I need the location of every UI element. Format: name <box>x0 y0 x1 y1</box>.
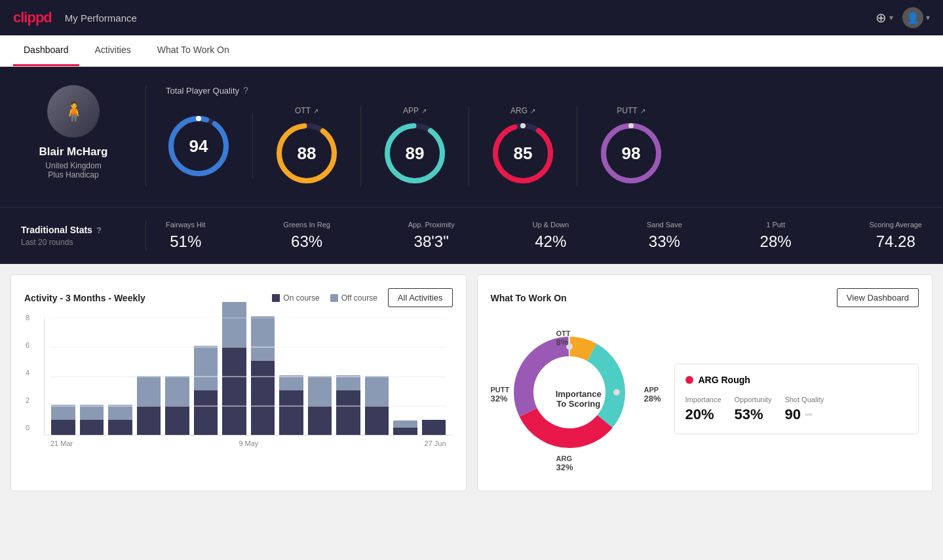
app-score-card: APP ↗ 89 <box>361 106 469 186</box>
trad-stat-5: 1 Putt 28% <box>760 221 792 251</box>
putt-donut-label: PUTT32% <box>491 386 510 403</box>
ott-score-card: OTT ↗ 88 <box>253 106 361 186</box>
hero-section: 🧍 Blair McHarg United Kingdom Plus Handi… <box>0 67 943 207</box>
trad-stat-value-6: 74.28 <box>876 233 915 251</box>
legend-off-course: Off course <box>330 293 377 303</box>
wtwo-header: What To Work On View Dashboard <box>491 288 919 307</box>
trad-stat-label-4: Sand Save <box>647 221 682 229</box>
trad-stat-label-5: 1 Putt <box>766 221 785 229</box>
wtwo-title: What To Work On <box>491 293 567 303</box>
app-value: 89 <box>406 143 425 164</box>
trad-stat-value-0: 51% <box>170 233 201 251</box>
detail-card-title-text: ARG Rough <box>699 375 750 385</box>
app-arrow-icon: ↗ <box>421 107 427 115</box>
ott-ring: 88 <box>274 121 339 186</box>
tpq-help-icon[interactable]: ? <box>243 85 248 96</box>
ott-arrow-icon: ↗ <box>313 107 318 115</box>
legend-off-course-dot <box>330 294 338 302</box>
user-menu-button[interactable]: 👤 ▾ <box>902 7 930 28</box>
nav-left: clippd My Performance <box>13 9 137 26</box>
x-label-jun: 27 Jun <box>424 439 446 447</box>
wtwo-content: Importance To Scoring OTT8% APP28% ARG32… <box>491 320 919 477</box>
player-handicap: Plus Handicap <box>48 170 98 179</box>
top-nav: clippd My Performance ⊕ ▾ 👤 ▾ <box>0 0 943 35</box>
trad-values: Fairways Hit 51%Greens In Reg 63%App. Pr… <box>145 221 922 251</box>
arg-donut-label: ARG32% <box>556 455 573 472</box>
traditional-stats-section: Traditional Stats ? Last 20 rounds Fairw… <box>0 207 943 264</box>
detail-metric-label-0: Importance <box>685 396 722 403</box>
trad-stat-value-4: 33% <box>649 233 680 251</box>
putt-label: PUTT ↗ <box>617 106 645 115</box>
add-icon: ⊕ <box>876 10 887 26</box>
trad-help-icon[interactable]: ? <box>96 225 102 235</box>
view-dashboard-button[interactable]: View Dashboard <box>837 288 919 307</box>
trad-sublabel: Last 20 rounds <box>21 238 145 247</box>
trad-stat-value-2: 38'3" <box>414 233 449 251</box>
trad-stat-2: App. Proximity 38'3" <box>408 221 455 251</box>
player-country: United Kingdom <box>45 161 101 170</box>
arg-ring: 85 <box>490 121 556 186</box>
score-cards: 94 OTT ↗ 88 APP ↗ <box>166 106 922 186</box>
trad-stat-0: Fairways Hit 51% <box>166 221 206 251</box>
x-label-mar: 21 Mar <box>50 439 73 447</box>
ott-value: 88 <box>298 143 317 164</box>
detail-metric-value-0: 20% <box>685 406 722 423</box>
trad-stat-1: Greens In Reg 63% <box>283 221 330 251</box>
trad-stat-value-3: 42% <box>535 233 566 251</box>
detail-card-title: ARG Rough <box>685 375 908 385</box>
detail-metric-value-1: 53% <box>735 406 772 423</box>
chart-header-right: On course Off course All Activities <box>272 288 452 307</box>
legend-on-course-label: On course <box>283 293 319 303</box>
tab-activities[interactable]: Activities <box>85 35 142 66</box>
trad-stat-value-1: 63% <box>291 233 322 251</box>
user-avatar: 👤 <box>902 7 923 28</box>
add-button[interactable]: ⊕ ▾ <box>876 10 893 26</box>
detail-metric-0: Importance 20% <box>685 396 722 423</box>
putt-score-card: PUTT ↗ 98 <box>577 106 685 186</box>
donut-center-text: Importance To Scoring <box>556 389 602 409</box>
trad-label-area: Traditional Stats ? Last 20 rounds <box>21 225 145 247</box>
x-axis-labels: 21 Mar 9 May 27 Jun <box>44 439 453 447</box>
arg-arrow-icon: ↗ <box>530 107 535 115</box>
add-dropdown-icon: ▾ <box>889 13 893 22</box>
player-name: Blair McHarg <box>39 145 108 159</box>
activity-chart-card: Activity - 3 Months - Weekly On course O… <box>10 274 467 491</box>
detail-dot-icon <box>685 376 693 384</box>
detail-metric-label-2: Shot Quality <box>784 396 824 403</box>
app-donut-label: APP28% <box>644 386 661 403</box>
putt-ring: 98 <box>598 121 664 186</box>
chart-inner: 8 6 4 2 0 21 Mar 9 May 27 Jun <box>44 318 453 447</box>
putt-value: 98 <box>622 143 641 164</box>
trad-stat-value-5: 28% <box>760 233 792 251</box>
tpq-label: Total Player Quality ? <box>166 85 922 96</box>
putt-arrow-icon: ↗ <box>640 107 645 115</box>
trad-stat-label-3: Up & Down <box>532 221 569 229</box>
logo: clippd <box>13 9 52 26</box>
svg-point-9 <box>520 123 526 128</box>
user-dropdown-icon: ▾ <box>926 13 930 22</box>
legend-on-course-dot <box>272 294 280 302</box>
detail-metrics: Importance 20%Opportunity 53%Shot Qualit… <box>685 396 908 423</box>
trad-stat-label-6: Scoring Average <box>869 221 922 229</box>
all-activities-button[interactable]: All Activities <box>388 288 453 307</box>
y-label-6: 6 <box>26 341 29 349</box>
trad-stat-label-1: Greens In Reg <box>283 221 330 229</box>
y-axis-labels: 8 6 4 2 0 <box>26 314 29 432</box>
svg-point-23 <box>613 389 620 396</box>
app-label: APP ↗ <box>403 106 427 115</box>
tab-dashboard[interactable]: Dashboard <box>13 35 79 66</box>
legend-on-course: On course <box>272 293 319 303</box>
metric-badge-2 <box>805 413 813 416</box>
y-label-4: 4 <box>26 369 29 377</box>
tpq-value: 94 <box>189 136 208 157</box>
detail-card: ARG Rough Importance 20%Opportunity 53%S… <box>674 364 919 434</box>
tpq-area: Total Player Quality ? 94 OTT ↗ <box>145 85 922 186</box>
arg-value: 85 <box>514 143 533 164</box>
bottom-section: Activity - 3 Months - Weekly On course O… <box>0 264 943 502</box>
nav-title: My Performance <box>65 12 137 24</box>
chart-title: Activity - 3 Months - Weekly <box>24 293 145 303</box>
tpq-ring: 94 <box>166 113 231 179</box>
tab-what-to-work-on[interactable]: What To Work On <box>147 35 240 66</box>
detail-metric-1: Opportunity 53% <box>735 396 772 423</box>
y-label-2: 2 <box>26 396 29 404</box>
